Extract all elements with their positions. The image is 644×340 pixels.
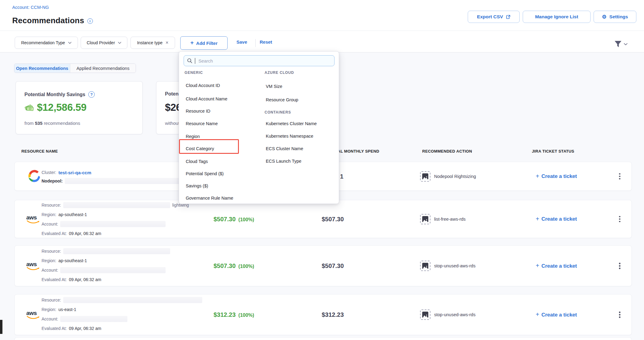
settings-button[interactable]: ⚙ Settings xyxy=(594,11,636,23)
total-monthly-spend-value: 1 xyxy=(340,173,343,180)
plus-icon: + xyxy=(536,311,540,318)
chip-label: Cloud Provider xyxy=(87,40,115,45)
section-header-azure-cloud: AZURE CLOUD xyxy=(265,71,294,75)
recommendations-page: Account: CCM-NG Recommendations i Export… xyxy=(0,0,644,340)
chevron-down-icon xyxy=(624,43,628,45)
search-icon xyxy=(187,58,192,63)
redacted-text xyxy=(60,316,127,322)
filter-menu-button[interactable] xyxy=(614,41,628,48)
create-ticket-label: Create a ticket xyxy=(541,263,577,269)
page-title: Recommendations xyxy=(12,16,84,25)
dropdown-item-governance-rule-name[interactable]: Governance Rule Name xyxy=(186,196,233,202)
recommended-action-label: stop-unused-aws-rds xyxy=(434,312,475,317)
recommendation-row-partial xyxy=(14,337,632,340)
create-ticket-button[interactable]: + Create a ticket xyxy=(529,263,584,269)
add-filter-dropdown: GENERIC Cloud Account ID Cloud Account N… xyxy=(179,51,339,204)
dropdown-item-cost-category[interactable]: Cost Category xyxy=(186,146,214,152)
manage-ignore-list-label: Manage Ignore List xyxy=(535,14,578,20)
recommendation-row[interactable]: aws Resource: lightwing Region: ap-south… xyxy=(14,200,632,238)
export-csv-label: Export CSV xyxy=(477,14,503,20)
potential-monthly-savings-value: $507.30(100%) xyxy=(214,262,254,269)
save-button[interactable]: Save xyxy=(236,39,247,45)
info-icon[interactable]: i xyxy=(87,18,93,24)
account-label: Account: xyxy=(42,316,58,321)
image-placeholder-icon xyxy=(420,171,430,182)
dropdown-item-kubernetes-namespace[interactable]: Kubernetes Namespace xyxy=(266,134,313,140)
kebab-menu-button[interactable] xyxy=(617,171,622,181)
image-placeholder-icon xyxy=(420,309,430,320)
dropdown-item-ecs-cluster-name[interactable]: ECS Cluster Name xyxy=(266,146,303,152)
nodepool-label: Nodepool: xyxy=(42,179,63,183)
add-filter-label: Add Filter xyxy=(196,41,218,46)
account-label: Account: xyxy=(42,222,58,226)
total-monthly-spend-value: $507.30 xyxy=(322,215,344,222)
resource-label: Resource: xyxy=(42,203,61,208)
spend-card-note: without xyxy=(165,121,180,126)
evaluated-at-label: Evaluated At: xyxy=(42,326,67,331)
header-divider xyxy=(0,31,644,31)
potential-monthly-savings-value: $507.30(100%) xyxy=(214,215,254,222)
dropdown-item-resource-name[interactable]: Resource Name xyxy=(186,121,218,127)
manage-ignore-list-button[interactable]: Manage Ignore List xyxy=(523,11,591,23)
close-icon[interactable]: × xyxy=(166,40,168,45)
tab-open-recommendations[interactable]: Open Recommendations xyxy=(14,64,70,73)
kebab-menu-button[interactable] xyxy=(617,214,622,224)
recommended-action-label: list-free-aws-rds xyxy=(434,217,466,222)
redacted-text xyxy=(60,221,166,227)
dropdown-item-region[interactable]: Region xyxy=(186,134,200,140)
dropdown-item-kubernetes-cluster-name[interactable]: Kubernetes Cluster Name xyxy=(266,121,317,127)
recommended-action-label: Nodepool Rightsizing xyxy=(434,174,476,179)
total-monthly-spend-value: $507.30 xyxy=(322,262,344,269)
divider xyxy=(255,39,256,47)
kebab-menu-button[interactable] xyxy=(617,310,622,320)
redacted-text xyxy=(63,202,170,208)
recommendation-row[interactable]: aws Resource: Region: ap-southeast-1 Acc… xyxy=(14,245,632,286)
dropdown-item-vm-size[interactable]: VM Size xyxy=(266,84,282,90)
dropdown-item-cloud-account-name[interactable]: Cloud Account Name xyxy=(186,96,227,103)
dropdown-item-potential-spend[interactable]: Potential Spend ($) xyxy=(186,171,224,177)
cluster-name-link[interactable]: test-sri-qa-ccm xyxy=(58,170,91,175)
dropdown-item-savings[interactable]: Savings ($) xyxy=(186,183,208,190)
column-header-recommended-action: RECOMMENDED ACTION xyxy=(422,149,472,154)
region-value: us-east-1 xyxy=(58,307,76,312)
plus-icon: + xyxy=(536,172,540,179)
dropdown-item-ecs-launch-type[interactable]: ECS Launch Type xyxy=(266,159,302,165)
dropdown-item-cloud-tags[interactable]: Cloud Tags xyxy=(186,159,208,165)
search-field[interactable] xyxy=(184,55,335,66)
evaluated-at-value: 09 Apr, 06:32 am xyxy=(69,326,101,331)
search-input[interactable] xyxy=(198,58,331,64)
help-icon[interactable]: ? xyxy=(88,91,95,98)
evaluated-at-label: Evaluated At: xyxy=(42,231,67,236)
add-filter-button[interactable]: + Add Filter xyxy=(180,36,228,50)
create-ticket-button[interactable]: + Create a ticket xyxy=(529,312,584,318)
filter-chip-cloud-provider[interactable]: Cloud Provider xyxy=(81,37,127,49)
export-csv-button[interactable]: Export CSV xyxy=(468,11,520,23)
cluster-label: Cluster: xyxy=(42,170,56,175)
redacted-text xyxy=(65,178,187,184)
region-label: Region: xyxy=(42,307,56,312)
create-ticket-button[interactable]: + Create a ticket xyxy=(529,173,584,179)
create-ticket-button[interactable]: + Create a ticket xyxy=(529,216,584,222)
dropdown-item-resource-group[interactable]: Resource Group xyxy=(266,97,298,103)
filter-chip-instance-type[interactable]: Instance type × xyxy=(130,37,175,49)
dropdown-item-cloud-account-id[interactable]: Cloud Account ID xyxy=(186,83,220,89)
settings-label: Settings xyxy=(609,14,628,20)
kebab-menu-button[interactable] xyxy=(617,261,622,271)
plus-icon: + xyxy=(536,262,540,269)
external-link-icon xyxy=(506,15,510,19)
column-header-resource-name: RESOURCE NAME xyxy=(21,149,58,154)
recommended-action-label: stop-unused-aws-rds xyxy=(434,263,475,268)
resource-label: Resource: xyxy=(42,249,61,254)
dropdown-item-resource-id[interactable]: Resource ID xyxy=(186,109,210,115)
breadcrumb[interactable]: Account: CCM-NG xyxy=(12,5,49,10)
reset-button[interactable]: Reset xyxy=(260,39,272,45)
screen-artifact xyxy=(0,320,2,334)
recommendation-count: 535 xyxy=(35,121,42,126)
region-label: Region: xyxy=(42,258,56,263)
recommendation-row[interactable]: aws Resource: Region: us-east-1 Account:… xyxy=(14,294,632,335)
section-header-containers: CONTAINERS xyxy=(265,110,291,114)
tab-applied-recommendations[interactable]: Applied Recommendations xyxy=(70,64,136,73)
spend-card-title: Poten xyxy=(165,91,178,97)
evaluated-at-label: Evaluated At: xyxy=(42,277,67,282)
filter-chip-recommendation-type[interactable]: Recommendation Type xyxy=(15,37,78,49)
